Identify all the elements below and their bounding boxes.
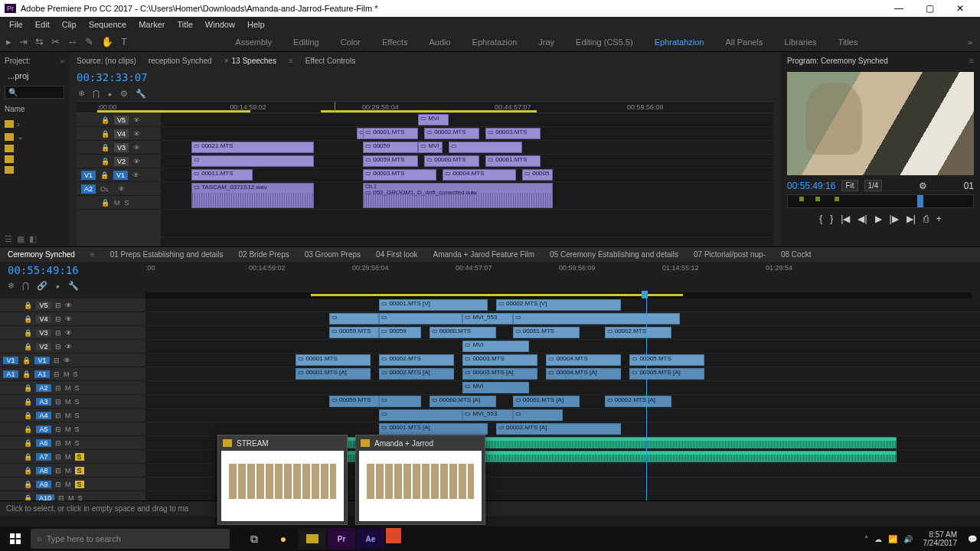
task-view-icon[interactable]: ⧉ — [240, 528, 268, 549]
audio-track-header[interactable]: 🔒A3⊟MS — [0, 395, 145, 409]
premiere-icon[interactable]: Pr — [328, 528, 355, 549]
audio-clip[interactable]: ▭ 00002.MTS [A] — [379, 368, 454, 380]
timeline-work-area[interactable] — [145, 292, 972, 298]
volume-icon[interactable]: 🔊 — [903, 535, 913, 543]
audio-clip[interactable]: ▭ MVI — [462, 382, 529, 393]
clip[interactable]: ▭ MVI_55 — [418, 142, 443, 153]
workspace-tab[interactable]: Jray — [538, 37, 554, 47]
audio-clip[interactable]: ▭ 00002.MTS [A] — [496, 423, 622, 435]
clip[interactable]: ▭ 00059 — [363, 142, 418, 153]
play-icon[interactable]: ▶ — [875, 214, 882, 224]
menu-clip[interactable]: Clip — [56, 20, 83, 29]
step-back-icon[interactable]: ◀| — [858, 214, 867, 224]
ripple-tool-icon[interactable]: ⇆ — [35, 36, 44, 47]
video-track-header[interactable]: 🔒V2⊟👁 — [0, 340, 145, 354]
maximize-button[interactable]: ▢ — [914, 3, 945, 14]
audio-clip[interactable]: ▭ 00061.MTS [A] — [513, 396, 580, 407]
source-tab-speeches[interactable]: 13 Speeches — [224, 57, 276, 65]
audio-clip[interactable]: ▭ 00059.MTS — [329, 396, 379, 407]
audio-clip[interactable]: ▭ 00003.MTS [A] — [462, 368, 537, 380]
sequence-tab[interactable]: 01 Preps Establishing and details — [110, 250, 224, 259]
minimize-button[interactable]: — — [884, 3, 914, 14]
audio-clip[interactable]: Ch.1▭ 053_GROOM1_D_drift_corrected.wav — [363, 183, 553, 208]
clip[interactable]: ▭ 00001.MTS — [363, 128, 418, 139]
clip[interactable]: ▭ 00001.MTS — [296, 354, 371, 366]
menu-sequence[interactable]: Sequence — [83, 20, 133, 29]
audio-lane[interactable]: ▭ ▭ MVI_553▭ — [145, 409, 980, 422]
project-bin[interactable] — [5, 145, 64, 152]
workspace-tab[interactable]: Libraries — [784, 37, 816, 47]
workspace-tab[interactable]: All Panels — [725, 37, 763, 47]
menu-title[interactable]: Title — [171, 20, 198, 29]
app-icon[interactable] — [386, 528, 401, 543]
audio-clip[interactable]: ▭ 00001.MTS [A] — [379, 423, 488, 435]
taskbar-preview-stream[interactable]: STREAM — [217, 435, 348, 525]
clip[interactable]: ▭ 00005.MTS — [629, 354, 704, 366]
slip-tool-icon[interactable]: ↔ — [67, 36, 77, 47]
freeform-view-icon[interactable]: ◧ — [29, 234, 37, 244]
settings-icon[interactable]: ⚙ — [919, 181, 927, 191]
audio-lane[interactable]: ▭ 00059.MTS▭ ▭ 00060.MTS [A]▭ 00061.MTS … — [145, 395, 980, 409]
wrench-icon[interactable]: 🔧 — [68, 281, 79, 291]
menu-help[interactable]: Help — [241, 20, 271, 29]
clip[interactable]: ▭ 00062.MTS — [605, 327, 671, 338]
explorer-icon[interactable] — [299, 528, 326, 549]
go-to-out-icon[interactable]: ▶| — [906, 214, 916, 224]
clip[interactable]: ▭ 00059.MTS — [329, 327, 379, 338]
clip[interactable]: ▭ 00059 — [379, 327, 421, 338]
audio-track-header[interactable]: 🔒A9⊟MS — [0, 478, 145, 491]
audio-clip[interactable]: ▭ MVI_553 — [462, 409, 512, 421]
source-tab-noclips[interactable]: Source: (no clips) — [77, 57, 136, 65]
clip[interactable]: ▭ — [449, 142, 522, 153]
audio-clip[interactable]: ▭ — [379, 396, 421, 407]
type-tool-icon[interactable]: T — [121, 36, 127, 47]
video-lane[interactable]: ▭ 00001.MTS [V]▭ 00002.MTS [V] — [145, 298, 980, 312]
workspace-tab[interactable]: Color — [341, 37, 361, 47]
snap-icon[interactable]: ❄ — [8, 281, 15, 291]
resolution-dropdown[interactable]: 1/4 — [864, 180, 883, 191]
program-menu-icon[interactable]: ≡ — [969, 57, 974, 65]
sequence-tab[interactable]: 04 First look — [376, 250, 417, 259]
sequence-tab[interactable]: 08 Cockt — [781, 250, 811, 259]
selection-tool-icon[interactable]: ▸ — [6, 36, 11, 47]
razor-tool-icon[interactable]: ✂ — [51, 36, 60, 47]
sequence-tab[interactable]: Amanda + Jarod Feature Film — [433, 250, 535, 259]
name-column-header[interactable]: Name — [0, 102, 69, 116]
notifications-icon[interactable]: 💬 — [968, 535, 977, 543]
track-header[interactable]: 🔒V5👁 — [77, 113, 161, 127]
project-tab[interactable]: ...proj — [8, 71, 29, 80]
panel-menu-icon[interactable]: » — [60, 57, 64, 65]
magnet-icon[interactable]: ⋂ — [93, 89, 100, 99]
menu-window[interactable]: Window — [199, 20, 241, 29]
workspace-tab[interactable]: Editing (CS5.5) — [576, 37, 633, 47]
link-icon[interactable]: 🔗 — [37, 281, 47, 291]
project-bin[interactable]: ⌄ — [5, 132, 64, 142]
video-lane[interactable]: ▭ 00059.MTS▭ 00059▭ 00060.MTS▭ 00061.MTS… — [145, 326, 980, 340]
track-header[interactable]: 🔒V4👁 — [77, 127, 161, 141]
clip[interactable]: ▭ MVI — [462, 341, 529, 352]
source-timecode[interactable]: 00:32:33:07 — [77, 71, 148, 83]
track-header[interactable]: 🔒V2👁 — [77, 155, 161, 168]
sequence-tab[interactable]: Ceremony Synched — [8, 250, 75, 259]
taskbar-preview-amanda[interactable]: Amanda + Jarrod — [355, 435, 485, 525]
taskbar-search[interactable]: ○ Type here to search — [31, 529, 230, 549]
tray-up-icon[interactable]: ˄ — [864, 535, 868, 543]
project-search-input[interactable] — [5, 86, 64, 99]
clip[interactable]: ▭ 00002.MTS [V] — [496, 299, 622, 311]
mark-in-icon[interactable]: { — [819, 214, 822, 224]
clip[interactable]: ▭ 00004.MTS — [443, 169, 516, 181]
clip[interactable]: ▭ 00003.MTS — [485, 128, 541, 139]
clip[interactable]: ▭ — [191, 155, 314, 167]
close-button[interactable]: ✕ — [945, 3, 975, 14]
audio-track-header[interactable]: 🔒A5⊟MS — [0, 422, 145, 436]
source-tab-effectcontrols[interactable]: Effect Controls — [305, 57, 355, 65]
onedrive-icon[interactable]: ☁ — [874, 535, 882, 543]
aftereffects-icon[interactable]: Ae — [357, 528, 384, 549]
marker-icon[interactable]: ⬥ — [55, 281, 60, 290]
step-fwd-icon[interactable]: |▶ — [890, 214, 899, 224]
audio-clip[interactable]: ▭ 00005.MTS [A] — [629, 368, 704, 380]
tab-menu-icon[interactable]: ≡ — [289, 57, 293, 65]
workspace-overflow-icon[interactable]: » — [960, 37, 980, 47]
start-button[interactable] — [3, 528, 28, 549]
sequence-tab[interactable]: 03 Groom Preps — [305, 250, 361, 259]
